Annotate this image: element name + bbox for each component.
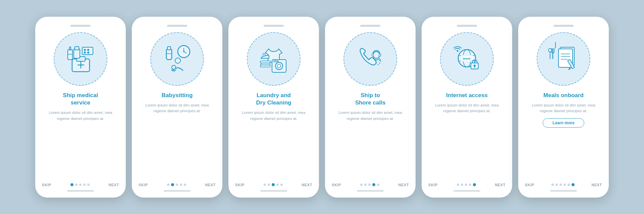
dot-1	[70, 183, 73, 186]
screens-container: Ship medicalservice Lorem ipsum dolor si…	[35, 17, 609, 198]
card-meals-title: Meals onboard	[543, 92, 584, 99]
card-babysitting-footer: SKIP NEXT	[139, 180, 216, 187]
dots-internet	[457, 183, 476, 186]
icon-shore	[343, 32, 397, 86]
phone-notch	[457, 25, 477, 27]
skip-label[interactable]: SKIP	[428, 183, 438, 187]
svg-point-20	[183, 51, 184, 52]
svg-rect-15	[167, 47, 171, 50]
svg-rect-29	[261, 63, 270, 65]
icon-medical	[54, 32, 107, 86]
phone-notch	[70, 25, 91, 27]
bottom-bar	[67, 190, 94, 192]
dot-1	[167, 184, 169, 186]
svg-marker-52	[568, 67, 571, 70]
phone-notch	[360, 25, 380, 27]
dot-5	[280, 184, 283, 186]
dot-5	[568, 184, 570, 186]
card-medical-title: Ship medicalservice	[63, 92, 98, 106]
next-label[interactable]: NEXT	[495, 183, 505, 187]
dot-4	[564, 184, 566, 186]
phone-notch	[553, 25, 574, 27]
icon-laundry	[247, 32, 301, 86]
svg-rect-30	[260, 61, 270, 63]
dots-shore	[360, 183, 379, 186]
dot-3	[559, 184, 562, 186]
icon-babysitting	[150, 32, 204, 86]
svg-rect-14	[166, 49, 172, 60]
dot-2	[555, 184, 558, 186]
dot-4	[180, 184, 182, 186]
dot-4	[276, 184, 279, 186]
learn-more-button[interactable]: Learn more	[543, 118, 584, 128]
card-shore: Ship toShore calls Lorem ipsum dolor sit…	[325, 17, 416, 198]
dot-4	[469, 184, 471, 186]
dot-2	[75, 184, 77, 186]
bottom-bar	[550, 190, 577, 192]
dot-5	[87, 184, 90, 186]
dots-meals	[551, 183, 575, 186]
svg-rect-12	[74, 49, 80, 58]
next-label[interactable]: NEXT	[205, 183, 216, 187]
svg-rect-26	[274, 61, 276, 62]
skip-label[interactable]: SKIP	[332, 183, 341, 187]
dot-6	[572, 183, 575, 186]
skip-label[interactable]: SKIP	[525, 183, 534, 187]
card-meals-body: Lorem ipsum dolor sit dim amet, mea regi…	[525, 102, 602, 115]
svg-rect-4	[82, 47, 93, 55]
next-label[interactable]: NEXT	[398, 183, 409, 187]
svg-point-21	[175, 58, 180, 63]
dot-5	[377, 184, 379, 186]
svg-point-32	[373, 52, 380, 58]
dot-1	[457, 184, 459, 186]
svg-point-8	[87, 52, 89, 54]
skip-label[interactable]: SKIP	[42, 183, 51, 187]
dot-1	[264, 184, 266, 186]
card-medical-body: Lorem ipsum dolor sit dim amet, mea regi…	[42, 110, 119, 122]
card-internet-title: Internet access	[446, 92, 488, 99]
next-label[interactable]: NEXT	[302, 183, 312, 187]
next-label[interactable]: NEXT	[591, 183, 602, 187]
skip-label[interactable]: SKIP	[235, 183, 245, 187]
bottom-bar	[164, 190, 191, 192]
card-shore-footer: SKIP NEXT	[332, 180, 409, 187]
dot-3	[272, 183, 275, 186]
dot-3	[176, 184, 178, 186]
dot-5	[184, 184, 186, 186]
card-meals: Meals onboard Lorem ipsum dolor sit dim …	[518, 17, 609, 198]
svg-rect-34	[379, 54, 381, 56]
svg-point-43	[474, 65, 476, 67]
dot-3	[79, 184, 82, 186]
card-babysitting-body: Lorem ipsum dolor sit dim amet, mea regi…	[139, 102, 216, 115]
dot-4	[372, 183, 375, 186]
card-meals-footer: SKIP NEXT	[525, 180, 602, 187]
svg-point-45	[457, 50, 459, 52]
card-internet-footer: SKIP NEXT	[428, 180, 505, 187]
card-babysitting-title: Babysitting	[162, 92, 193, 99]
phone-notch	[264, 25, 284, 27]
bottom-bar	[260, 190, 287, 192]
svg-point-6	[87, 49, 89, 51]
svg-rect-31	[263, 54, 265, 56]
icon-internet: WWW	[440, 32, 494, 86]
svg-point-25	[277, 64, 281, 68]
card-laundry: Laundry andDry Cleaning Lorem ipsum dolo…	[228, 17, 319, 198]
bottom-bar	[357, 190, 384, 192]
next-label[interactable]: NEXT	[108, 183, 119, 187]
dot-2	[268, 184, 270, 186]
dot-1	[360, 184, 363, 186]
card-laundry-title: Laundry andDry Cleaning	[256, 92, 291, 106]
dot-5	[473, 183, 476, 186]
dot-2	[171, 183, 174, 186]
dot-3	[368, 184, 371, 186]
dots-medical	[70, 183, 90, 186]
skip-label[interactable]: SKIP	[139, 183, 148, 187]
phone-notch	[167, 25, 187, 27]
svg-rect-13	[75, 47, 79, 50]
bottom-bar	[453, 190, 480, 192]
svg-point-22	[172, 65, 176, 69]
dot-2	[364, 184, 367, 186]
dots-laundry	[264, 183, 283, 186]
svg-point-7	[84, 52, 86, 54]
card-internet-body: Lorem ipsum dolor sit dim amet, mea regi…	[428, 102, 505, 115]
